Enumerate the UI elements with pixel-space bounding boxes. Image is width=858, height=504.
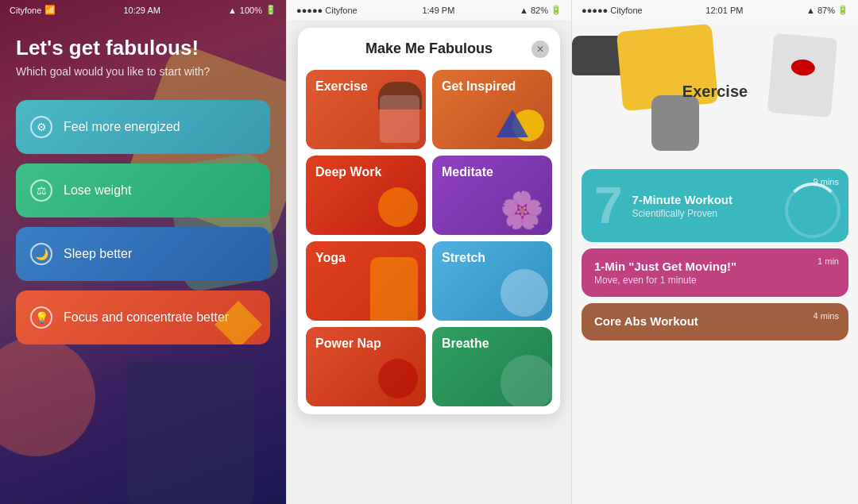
category-stretch[interactable]: Stretch bbox=[432, 241, 552, 321]
screen3-battery: 87% bbox=[817, 6, 835, 15]
workout-coreabs-time: 4 mins bbox=[814, 311, 839, 321]
powernap-clock-deco bbox=[378, 359, 418, 398]
category-meditate[interactable]: Meditate 🌸 bbox=[432, 156, 552, 235]
exercise-watch-deco bbox=[651, 95, 699, 151]
screen1: Cityfone 📶 10:29 AM ▲ 100% 🔋 Let's get f… bbox=[0, 0, 286, 504]
exercise-title: Exercise bbox=[682, 83, 748, 101]
screen2: ●●●●● Cityfone 1:49 PM ▲ 82% 🔋 Make Me F… bbox=[286, 0, 572, 504]
goal-focus-btn[interactable]: 💡 Focus and concentrate better bbox=[16, 290, 270, 344]
category-stretch-label: Stretch bbox=[442, 251, 485, 265]
screen1-battery: 100% bbox=[240, 6, 262, 15]
category-deepwork-label: Deep Work bbox=[315, 165, 381, 179]
deco-shape-3 bbox=[127, 361, 254, 504]
stretch-circle-deco bbox=[500, 269, 548, 317]
screen2-battery-icon: 🔋 bbox=[551, 5, 562, 15]
screen1-subtitle: Which goal would you like to start with? bbox=[16, 65, 270, 78]
category-grid: Exercise Get Inspired Deep Work Meditate… bbox=[298, 70, 560, 414]
goal-weight-btn[interactable]: ⚖ Lose weight bbox=[16, 164, 270, 217]
focus-deco bbox=[214, 301, 262, 344]
goal-sleep-btn[interactable]: 🌙 Sleep better bbox=[16, 227, 270, 281]
workout-7min-ring bbox=[785, 183, 841, 238]
screen3-time: 12:01 PM bbox=[705, 6, 743, 15]
screen2-time: 1:49 PM bbox=[422, 6, 454, 15]
exercise-white-deco bbox=[767, 33, 837, 118]
category-meditate-label: Meditate bbox=[442, 165, 493, 179]
workout-coreabs-info: Core Abs Workout bbox=[594, 314, 836, 329]
weight-icon: ⚖ bbox=[30, 179, 52, 202]
goal-energized-btn[interactable]: ⚙ Feel more energized bbox=[16, 100, 270, 154]
category-deepwork[interactable]: Deep Work bbox=[306, 156, 426, 235]
inspired-tri-deco bbox=[497, 110, 528, 137]
exercise-scale-deco bbox=[380, 95, 419, 143]
focus-label: Focus and concentrate better bbox=[64, 310, 229, 325]
workout-7min-bignumber: 7 bbox=[594, 180, 623, 231]
modal: Make Me Fabulous ✕ Exercise Get Inspired… bbox=[298, 28, 560, 414]
screen1-status-bar: Cityfone 📶 10:29 AM ▲ 100% 🔋 bbox=[0, 0, 286, 20]
screen1-status-left: Cityfone 📶 bbox=[10, 5, 56, 15]
weight-label: Lose weight bbox=[64, 183, 131, 198]
workout-coreabs-name: Core Abs Workout bbox=[594, 314, 836, 328]
screen1-time: 10:29 AM bbox=[123, 6, 160, 15]
screen3-carrier: ●●●●● Cityfone bbox=[582, 6, 643, 15]
screen2-status-bar: ●●●●● Cityfone 1:49 PM ▲ 82% 🔋 bbox=[287, 0, 571, 20]
screen1-status-right: ▲ 100% 🔋 bbox=[228, 5, 276, 15]
workout-1min-desc: Move, even for 1 minute bbox=[594, 275, 836, 286]
modal-title: Make Me Fabulous bbox=[365, 40, 493, 57]
exercise-watch-face bbox=[790, 59, 816, 77]
category-powernap-label: Power Nap bbox=[315, 337, 381, 351]
screen1-title: Let's get fabulous! bbox=[16, 36, 270, 60]
sleep-label: Sleep better bbox=[64, 247, 132, 261]
category-inspired[interactable]: Get Inspired bbox=[432, 70, 552, 149]
category-inspired-label: Get Inspired bbox=[442, 79, 516, 94]
workout-1min-card[interactable]: 1-Min "Just Get Moving!" Move, even for … bbox=[582, 248, 848, 297]
screen1-content: Let's get fabulous! Which goal would you… bbox=[0, 20, 286, 370]
screen1-signal-icon: ▲ bbox=[228, 6, 237, 15]
category-exercise[interactable]: Exercise bbox=[306, 70, 426, 149]
screen1-carrier: Cityfone bbox=[10, 6, 41, 15]
screen2-battery: 82% bbox=[531, 6, 548, 15]
category-breathe[interactable]: Breathe bbox=[432, 327, 552, 406]
workout-coreabs-card[interactable]: Core Abs Workout 4 mins bbox=[582, 303, 848, 340]
modal-header: Make Me Fabulous ✕ bbox=[298, 28, 560, 70]
workout-1min-time: 1 min bbox=[817, 256, 839, 266]
screen3-status-bar: ●●●●● Cityfone 12:01 PM ▲ 87% 🔋 bbox=[572, 0, 858, 20]
focus-icon: 💡 bbox=[30, 306, 52, 329]
screen2-carrier: ●●●●● Cityfone bbox=[296, 6, 358, 15]
energized-icon: ⚙ bbox=[30, 116, 52, 138]
screen3-battery-icon: 🔋 bbox=[837, 5, 848, 15]
workout-7min-card[interactable]: 7 7-Minute Workout Scientifically Proven… bbox=[582, 169, 848, 242]
category-exercise-label: Exercise bbox=[315, 79, 368, 94]
yoga-figure-deco bbox=[370, 257, 418, 321]
screen3-status-right: ▲ 87% 🔋 bbox=[806, 5, 848, 15]
exercise-title-text: Exercise bbox=[682, 83, 748, 100]
deepwork-circle-deco bbox=[378, 187, 418, 227]
exercise-header: Exercise bbox=[572, 20, 858, 163]
screen1-battery-icon: 🔋 bbox=[265, 5, 276, 15]
screen2-signal: ▲ bbox=[520, 6, 528, 15]
category-yoga-label: Yoga bbox=[315, 251, 346, 265]
breathe-circle-deco bbox=[500, 355, 552, 406]
meditate-lotus-deco: 🌸 bbox=[500, 189, 544, 231]
workout-1min-info: 1-Min "Just Get Moving!" Move, even for … bbox=[594, 260, 836, 286]
screen1-wifi-icon: 📶 bbox=[44, 5, 56, 15]
category-breathe-label: Breathe bbox=[442, 337, 489, 351]
screen2-status-right: ▲ 82% 🔋 bbox=[520, 5, 562, 15]
energized-label: Feel more energized bbox=[64, 120, 180, 134]
screen3-signal: ▲ bbox=[806, 6, 815, 15]
modal-close-button[interactable]: ✕ bbox=[531, 40, 549, 58]
sleep-icon: 🌙 bbox=[30, 243, 52, 265]
category-yoga[interactable]: Yoga bbox=[306, 241, 426, 321]
screen3: ●●●●● Cityfone 12:01 PM ▲ 87% 🔋 Exercise… bbox=[572, 0, 858, 504]
category-powernap[interactable]: Power Nap bbox=[306, 327, 426, 406]
workout-1min-name: 1-Min "Just Get Moving!" bbox=[594, 260, 836, 273]
